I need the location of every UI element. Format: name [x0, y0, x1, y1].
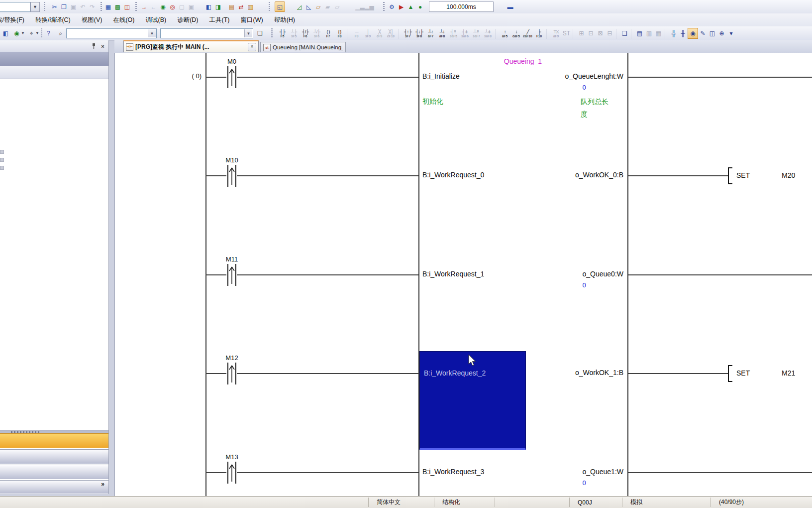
- fb-input-label[interactable]: B:i_WorkRequest_1: [422, 270, 484, 279]
- chevron-down-icon[interactable]: ▼: [35, 31, 39, 35]
- program-all-icon[interactable]: ◫: [122, 2, 132, 11]
- fb-input-label[interactable]: B:i_WorkRequest_2: [424, 369, 486, 378]
- trace-start-icon[interactable]: ◿: [295, 2, 304, 11]
- find-binoculars-icon[interactable]: ⌕: [56, 28, 65, 38]
- nav-button-selected[interactable]: [0, 433, 108, 448]
- menu-item[interactable]: 转换/编译(C): [35, 16, 71, 24]
- menu-item[interactable]: 工具(T): [209, 16, 230, 24]
- zoom-icon[interactable]: ⊕: [717, 28, 726, 39]
- ladder-btn-F7[interactable]: ( )F7: [322, 27, 334, 40]
- menu-item[interactable]: 视图(V): [82, 16, 102, 24]
- find-monitor-icon[interactable]: ◉: [688, 28, 698, 39]
- ladder-btn-sF7[interactable]: ┤↑├sF7: [402, 27, 413, 40]
- ladder-btn-caF10[interactable]: ╱caF10: [522, 27, 533, 40]
- find-combo-2[interactable]: ▼: [160, 28, 253, 38]
- help-icon[interactable]: ?: [44, 28, 53, 38]
- simulator-icon[interactable]: ⚙: [387, 2, 397, 11]
- ladder-btn-F10[interactable]: ├F10: [533, 27, 545, 40]
- write-to-plc-icon[interactable]: →: [139, 2, 149, 11]
- doc-1-icon[interactable]: ▤: [635, 28, 644, 39]
- program-check-icon[interactable]: ▦: [103, 2, 113, 11]
- chevron-down-icon[interactable]: ▼: [148, 29, 156, 37]
- device-find-icon[interactable]: ◫: [708, 28, 717, 39]
- ladder-btn-F5[interactable]: ┤├F5: [277, 27, 288, 40]
- fb-input-label[interactable]: B:i_Initialize: [422, 72, 460, 81]
- menu-item[interactable]: 调试(B): [146, 16, 167, 24]
- fb-output-label[interactable]: o_WorkOK_0:B: [493, 171, 623, 180]
- monitor-start-icon[interactable]: ◉: [158, 2, 168, 11]
- combo-dropdown-icon[interactable]: ▼: [30, 2, 40, 12]
- ladder-btn-caF5[interactable]: ↓caF5: [510, 27, 522, 40]
- status-bar: 简体中文 结构化 Q00J 模拟 (40/90步): [0, 496, 812, 508]
- device-monitor-2-icon[interactable]: ◨: [213, 2, 223, 11]
- monitor-stop-icon[interactable]: ◎: [168, 2, 177, 11]
- toolbar-separator: [573, 29, 577, 38]
- device-watch-icon[interactable]: ◉: [12, 28, 21, 38]
- fb-output-label[interactable]: o_Queue1:W: [493, 468, 623, 477]
- set-instruction[interactable]: SET: [736, 369, 750, 377]
- trace-toolbar-group: ◿◺▱▰▱: [295, 1, 342, 12]
- set-operand[interactable]: M21: [782, 369, 795, 377]
- close-icon[interactable]: ×: [99, 42, 106, 50]
- cut-icon[interactable]: ✂: [50, 2, 59, 11]
- remote-operation-icon[interactable]: ▥: [246, 2, 255, 11]
- verify-icon[interactable]: ▤: [227, 2, 236, 11]
- more-icon[interactable]: ▾: [726, 28, 736, 39]
- rising-edge-contact[interactable]: [226, 362, 237, 385]
- library-toolbar-group: ▬: [506, 1, 515, 12]
- ladder-editor[interactable]: Queueing_1 ( 0) M0 B:i_Initialize o_Queu…: [114, 53, 812, 496]
- new-page-icon[interactable]: ❏: [255, 28, 265, 38]
- fb-input-label[interactable]: B:i_WorkRequest_3: [422, 468, 484, 477]
- menu-item[interactable]: 帮助(H): [274, 16, 295, 24]
- comment-icon[interactable]: ❑: [620, 28, 629, 39]
- wire-1-icon[interactable]: ╬: [669, 28, 678, 39]
- monitor-mode-icon[interactable]: ◱: [275, 1, 285, 12]
- nav-button-4[interactable]: [0, 480, 108, 494]
- close-icon[interactable]: ×: [248, 43, 256, 51]
- fb-output-label[interactable]: o_QueueLenght:W: [493, 72, 623, 81]
- chevron-down-icon[interactable]: ▼: [244, 29, 252, 37]
- user-library-icon[interactable]: ▬: [506, 2, 515, 11]
- ladder-btn-aF5[interactable]: ↑aF5: [499, 27, 510, 40]
- write-monitor-icon[interactable]: ✎: [698, 28, 708, 39]
- nav-overflow-chevron-icon[interactable]: »: [101, 481, 104, 488]
- set-operand[interactable]: M20: [782, 171, 795, 179]
- fb-output-label[interactable]: o_WorkOK_1:B: [493, 369, 623, 378]
- tab-main-program[interactable]: ⊣⊢ [PRG]监视 执行中 MAIN (... ×: [123, 40, 259, 52]
- toolbar-combo-stub[interactable]: [0, 2, 30, 12]
- program-setting-icon[interactable]: ▩: [113, 2, 122, 11]
- fb-input-label[interactable]: B:i_WorkRequest_0: [422, 171, 484, 180]
- ladder-btn-aF7[interactable]: ┴↑aF7: [425, 27, 436, 40]
- device-display-icon[interactable]: ◧: [1, 28, 10, 38]
- rising-edge-contact[interactable]: [226, 164, 237, 188]
- ladder-btn-F6[interactable]: ┤/├F6: [300, 27, 311, 40]
- sim-play-icon[interactable]: ▶: [397, 2, 406, 11]
- fb-output-label[interactable]: o_Queue0:W: [493, 270, 623, 279]
- menu-item[interactable]: 窗口(W): [241, 16, 263, 24]
- menu-item[interactable]: 诊断(D): [177, 16, 198, 24]
- chevron-down-icon[interactable]: ▼: [21, 31, 25, 35]
- trace-stop-icon[interactable]: ◺: [304, 2, 313, 11]
- ladder-btn-aF8[interactable]: ┴↓aF8: [436, 27, 448, 40]
- transfer-setup-icon[interactable]: ⇄: [236, 2, 246, 11]
- ladder-btn-F8[interactable]: { }F8: [334, 27, 345, 40]
- menu-item[interactable]: 在线(O): [113, 16, 134, 24]
- device-monitor-1-icon[interactable]: ◧: [204, 2, 213, 11]
- tab-queueing-fb[interactable]: st Queueing [MAIN.Queueing_1]...: [260, 42, 346, 52]
- toolbar-grip: [41, 28, 42, 38]
- rising-edge-contact[interactable]: [226, 263, 237, 287]
- wire-2-icon[interactable]: ╫: [678, 28, 688, 39]
- menu-item[interactable]: 索/替换(F): [0, 16, 24, 24]
- nav-button-2[interactable]: [0, 449, 108, 464]
- rising-edge-contact[interactable]: [226, 461, 237, 485]
- find-combo[interactable]: ▼: [66, 28, 157, 38]
- trace-view-icon[interactable]: ▱: [313, 2, 323, 11]
- sim-warn-icon[interactable]: ▲: [406, 2, 415, 11]
- set-instruction[interactable]: SET: [736, 171, 750, 179]
- nav-button-3[interactable]: [0, 465, 108, 480]
- ladder-btn-sF8[interactable]: ┤↓├sF8: [413, 27, 425, 40]
- pin-icon[interactable]: [90, 42, 98, 50]
- sim-info-icon[interactable]: ●: [415, 2, 425, 11]
- copy-icon[interactable]: ❐: [59, 2, 69, 11]
- rising-edge-contact[interactable]: [226, 65, 237, 89]
